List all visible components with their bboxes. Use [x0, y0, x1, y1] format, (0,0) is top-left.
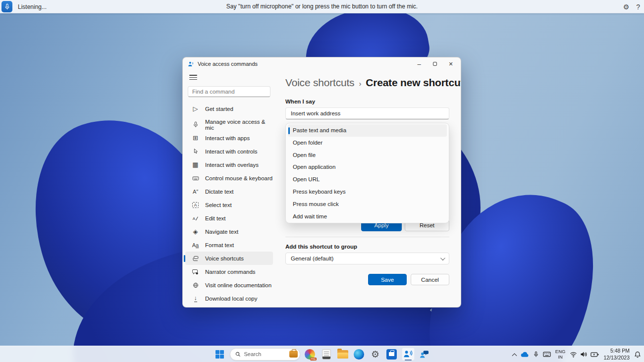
- sidebar-nav: ▷ Get started Manage voice access & mic …: [183, 102, 275, 278]
- dropdown-item-paste-text-and-media[interactable]: Paste text and media: [288, 124, 447, 137]
- search-icon: [235, 352, 241, 357]
- sidebar-item-online-documentation[interactable]: Visit online documentation: [185, 278, 273, 292]
- taskbar-app-file-explorer[interactable]: [336, 348, 349, 361]
- language-indicator[interactable]: ENG IN: [555, 349, 566, 360]
- sidebar-item-control-mouse-keyboard[interactable]: Control mouse & keyboard: [185, 171, 273, 185]
- taskbar-app-preview-suite[interactable]: PRE: [304, 348, 317, 361]
- dropdown-item-open-application[interactable]: Open application: [288, 161, 447, 173]
- taskbar-app-voice-access[interactable]: [402, 348, 415, 361]
- sidebar-item-dictate-text[interactable]: A″ Dictate text: [185, 185, 273, 198]
- taskbar-app-store[interactable]: [385, 348, 398, 361]
- main-pane: Voice shortcuts › Create new shortcut Wh…: [275, 70, 461, 308]
- dropdown-item-add-wait-time[interactable]: Add wait time: [288, 210, 447, 223]
- play-icon: ▷: [191, 105, 200, 112]
- microphone-tray-icon[interactable]: [534, 351, 538, 358]
- sidebar-item-interact-with-overlays[interactable]: ▦ Interact with overlays: [185, 158, 273, 171]
- sidebar-item-interact-with-apps[interactable]: ⊞ Interact with apps: [185, 131, 273, 145]
- action-type-dropdown: Paste text and media Open folder Open fi…: [285, 123, 449, 223]
- colorful-app-icon: PRE: [305, 349, 315, 360]
- cancel-button[interactable]: Cancel: [411, 274, 449, 285]
- taskbar-search-box[interactable]: [230, 348, 300, 361]
- microphone-button[interactable]: [1, 1, 12, 12]
- sidebar-item-voice-shortcuts[interactable]: Voice shortcuts: [185, 252, 273, 265]
- command-search-input[interactable]: [188, 89, 272, 95]
- voice-access-icon: [403, 350, 413, 359]
- when-i-say-label: When I say: [285, 99, 315, 104]
- maximize-icon: [433, 62, 437, 66]
- sidebar-item-manage-voice-access[interactable]: Manage voice access & mic: [185, 118, 273, 131]
- sidebar-item-download-local-copy[interactable]: ↓ Download local copy: [185, 292, 273, 305]
- save-buttons-row: Save Cancel: [368, 274, 449, 285]
- group-select-value: General (default): [291, 256, 333, 261]
- voice-help-icon[interactable]: ?: [636, 3, 640, 11]
- voice-shortcuts-icon: [191, 256, 200, 261]
- hidden-icons-chevron-icon[interactable]: [512, 353, 517, 358]
- voice-instruction-text: Say "turn off microphone" or long press …: [0, 3, 644, 10]
- sidebar-item-navigate-text[interactable]: ◈ Navigate text: [185, 225, 273, 238]
- command-search-box[interactable]: [188, 86, 270, 97]
- store-icon: [386, 349, 397, 360]
- voice-settings-gear-icon[interactable]: ⚙: [623, 3, 630, 11]
- group-select[interactable]: General (default): [285, 253, 449, 264]
- taskbar-app-edge[interactable]: [353, 348, 366, 361]
- wifi-icon[interactable]: [570, 351, 577, 358]
- taskbar-app-settings[interactable]: ⚙: [369, 348, 382, 361]
- notepad-icon: [322, 349, 331, 360]
- gear-icon: ⚙: [371, 349, 379, 360]
- sidebar-item-interact-with-controls[interactable]: Interact with controls: [185, 145, 273, 158]
- shortcut-name-input[interactable]: [285, 107, 449, 119]
- voice-access-commands-window: Voice access commands – ✕ ▷ Get started: [182, 57, 461, 308]
- sidebar-item-edit-text[interactable]: A Edit text: [185, 211, 273, 225]
- edge-browser-icon: [354, 349, 364, 360]
- start-button[interactable]: [214, 348, 226, 361]
- chevron-right-icon: ›: [359, 79, 361, 88]
- voice-access-app-icon: [188, 61, 194, 67]
- dropdown-item-open-url[interactable]: Open URL: [288, 173, 447, 186]
- taskbar-search-input[interactable]: [244, 351, 286, 357]
- onedrive-cloud-icon[interactable]: [521, 352, 529, 358]
- sidebar-item-narrator-commands[interactable]: Narrator commands: [185, 265, 273, 278]
- breadcrumb: Voice shortcuts › Create new shortcut: [285, 77, 461, 89]
- taskbar-app-feedback[interactable]: [418, 348, 431, 361]
- sidebar: ▷ Get started Manage voice access & mic …: [183, 70, 275, 308]
- mic-icon: [4, 3, 10, 10]
- close-button[interactable]: ✕: [443, 57, 459, 70]
- hamburger-menu-icon[interactable]: [187, 73, 200, 82]
- sidebar-item-format-text[interactable]: Aa Format text: [185, 238, 273, 252]
- touch-keyboard-icon[interactable]: [543, 352, 551, 357]
- sidebar-item-get-started[interactable]: ▷ Get started: [185, 102, 273, 115]
- section-divider: [285, 237, 449, 237]
- system-tray: ENG IN 5:48 PM 12/13/2023: [513, 346, 641, 362]
- save-button[interactable]: Save: [368, 274, 407, 285]
- speaker-icon[interactable]: [580, 351, 588, 358]
- mic-icon: [191, 121, 200, 128]
- dropdown-item-open-file[interactable]: Open file: [288, 149, 447, 161]
- taskbar-app-notepad[interactable]: [320, 348, 333, 361]
- minimize-button[interactable]: –: [411, 57, 427, 70]
- taskbar: PRE ⚙: [0, 346, 644, 362]
- window-titlebar[interactable]: Voice access commands – ✕: [183, 57, 461, 70]
- svg-text:A: A: [193, 216, 196, 221]
- cursor-icon: [191, 148, 200, 155]
- dropdown-item-press-mouse-click[interactable]: Press mouse click: [288, 198, 447, 210]
- window-title: Voice access commands: [198, 61, 258, 67]
- breadcrumb-voice-shortcuts[interactable]: Voice shortcuts: [285, 77, 354, 89]
- dropdown-item-open-folder[interactable]: Open folder: [288, 137, 447, 149]
- sidebar-item-select-text[interactable]: A Select text: [185, 198, 273, 211]
- sidebar-footer: Visit online documentation ↓ Download lo…: [183, 278, 275, 305]
- page-title: Create new shortcut: [366, 77, 461, 89]
- globe-icon: [191, 282, 200, 288]
- notification-bell-icon[interactable]: [634, 351, 641, 358]
- download-icon: ↓: [191, 295, 200, 302]
- search-highlight-briefcase-icon: [289, 351, 298, 358]
- narrator-icon: [191, 269, 200, 275]
- navigate-text-icon: ◈: [191, 228, 200, 235]
- apps-grid-icon: ⊞: [191, 134, 200, 142]
- maximize-button[interactable]: [427, 57, 443, 70]
- chevron-down-icon: [440, 256, 445, 260]
- clock[interactable]: 5:48 PM 12/13/2023: [603, 348, 630, 361]
- dropdown-item-press-keyboard-keys[interactable]: Press keyboard keys: [288, 186, 447, 198]
- format-text-icon: Aa: [191, 242, 200, 248]
- group-label: Add this shortcut to group: [285, 244, 357, 250]
- battery-charging-icon[interactable]: [590, 352, 599, 358]
